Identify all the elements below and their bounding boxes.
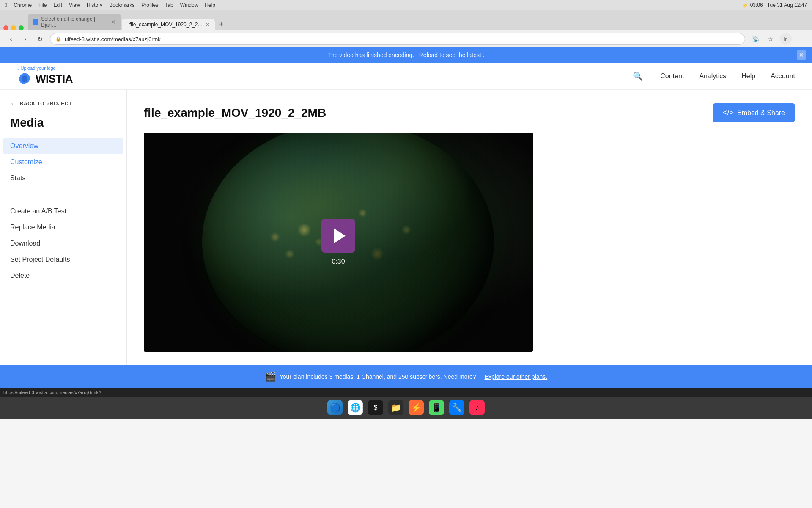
dock-chrome[interactable]: 🌐 [348, 400, 363, 415]
sidebar-action-set-project-defaults[interactable]: Set Project Defaults [0, 251, 126, 268]
fullscreen-window-button[interactable] [19, 25, 24, 30]
sidebar-action-replace-media[interactable]: Replace Media [0, 219, 126, 235]
tab2-title: file_example_MOV_1920_2_2… [129, 22, 203, 28]
media-header: file_example_MOV_1920_2_2MB </> Embed & … [144, 103, 795, 122]
wistia-logo: WISTIA [17, 72, 73, 87]
upload-logo-link[interactable]: ↓ Upload your logo [17, 66, 73, 71]
menu-profiles[interactable]: Profiles [141, 2, 158, 8]
sidebar: ← BACK TO PROJECT Media Overview Customi… [0, 90, 127, 365]
back-label: BACK TO PROJECT [20, 101, 72, 107]
nav-links: 🔍 Content Analytics Help Account [631, 69, 795, 83]
explore-plans-link[interactable]: Explore our other plans. [485, 373, 548, 380]
back-arrow-icon: ← [10, 100, 17, 108]
notification-suffix: . [483, 52, 485, 58]
wistia-logo-icon [17, 72, 32, 87]
reload-button[interactable]: ↻ [34, 33, 46, 45]
nav-content[interactable]: Content [660, 72, 684, 80]
sidebar-nav: Overview Customize Stats [0, 138, 126, 186]
content-area: ← BACK TO PROJECT Media Overview Customi… [0, 90, 812, 365]
url-text: uifeed-3.wistia.com/medias/x7auzj6rmk [65, 36, 161, 42]
menu-help[interactable]: Help [205, 2, 215, 8]
sidebar-item-overview[interactable]: Overview [3, 138, 123, 154]
browser-action-buttons: 📡 ☆ In ⋮ [749, 33, 807, 45]
menu-chrome[interactable]: Chrome [14, 2, 32, 8]
bottom-banner-icon: 🎬 [265, 371, 276, 382]
embed-share-icon: </> [723, 108, 734, 117]
system-icons: Tue 31 Aug 12:47 [767, 2, 807, 8]
back-button[interactable]: ‹ [5, 33, 17, 45]
bottom-banner-message: Your plan includes 3 medias, 1 Channel, … [280, 373, 476, 380]
new-tab-button[interactable]: + [216, 18, 227, 30]
dock-app4[interactable]: 📁 [388, 400, 403, 415]
sidebar-action-delete[interactable]: Delete [0, 268, 126, 284]
security-lock-icon: 🔒 [55, 36, 61, 42]
sidebar-item-customize[interactable]: Customize [0, 154, 126, 170]
play-button-area: 0:30 [321, 219, 355, 265]
browser-chrome: Select email to change | Djan… ✕ file_ex… [0, 10, 812, 47]
tab1-close[interactable]: ✕ [111, 19, 116, 25]
menu-view[interactable]: View [69, 2, 80, 8]
tab1-favicon [33, 19, 38, 25]
nav-account[interactable]: Account [771, 72, 795, 80]
nav-help[interactable]: Help [741, 72, 755, 80]
dock-finder[interactable]: 🔵 [327, 400, 343, 415]
video-duration: 0:30 [332, 258, 345, 265]
bookmark-icon[interactable]: ☆ [765, 33, 776, 45]
menu-file[interactable]: File [38, 2, 47, 8]
search-button[interactable]: 🔍 [631, 69, 645, 83]
sidebar-action-download[interactable]: Download [0, 235, 126, 251]
menu-history[interactable]: History [87, 2, 102, 8]
main-content: file_example_MOV_1920_2_2MB </> Embed & … [127, 90, 812, 365]
dock-terminal[interactable]: $ [368, 400, 383, 415]
close-window-button[interactable] [3, 25, 8, 30]
forward-button[interactable]: › [19, 33, 31, 45]
top-nav: ↓ Upload your logo WISTIA 🔍 Content Anal… [0, 63, 812, 90]
sidebar-title: Media [0, 113, 126, 138]
app-wrapper: ↓ Upload your logo WISTIA 🔍 Content Anal… [0, 63, 812, 388]
nav-buttons: ‹ › ↻ [5, 33, 46, 45]
status-bar: https://uifeed-3.wistia.com/medias/x7auz… [0, 388, 812, 397]
sidebar-action-ab-test[interactable]: Create an A/B Test [0, 203, 126, 219]
dock: 🔵 🌐 $ 📁 ⚡ 📱 🔧 ♪ [0, 397, 812, 419]
url-bar[interactable]: 🔒 uifeed-3.wistia.com/medias/x7auzj6rmk [50, 33, 745, 45]
notification-banner: The video has finished encoding. Reload … [0, 47, 812, 63]
mac-os-bar:  Chrome File Edit View History Bookmark… [0, 0, 812, 10]
dock-app5[interactable]: ⚡ [409, 400, 424, 415]
page-header-section: ↓ Upload your logo WISTIA 🔍 Content Anal… [0, 63, 812, 90]
bottom-banner: 🎬 Your plan includes 3 medias, 1 Channel… [0, 365, 812, 388]
embed-share-label: Embed & Share [737, 109, 785, 117]
media-title: file_example_MOV_1920_2_2MB [144, 106, 326, 120]
address-bar: ‹ › ↻ 🔒 uifeed-3.wistia.com/medias/x7auz… [0, 30, 812, 47]
tab1-title: Select email to change | Djan… [41, 16, 108, 28]
play-triangle-icon [334, 228, 346, 243]
wistia-name: WISTIA [36, 72, 73, 86]
profile-icon[interactable]: In [780, 33, 792, 45]
dock-app7[interactable]: 🔧 [449, 400, 464, 415]
minimize-window-button[interactable] [11, 25, 16, 30]
sidebar-item-stats[interactable]: Stats [0, 170, 126, 186]
sidebar-divider [0, 196, 126, 203]
video-player[interactable]: 0:30 [144, 133, 533, 352]
menu-bookmarks[interactable]: Bookmarks [109, 2, 134, 8]
browser-tab-2[interactable]: file_example_MOV_1920_2_2… ✕ [122, 19, 215, 30]
banner-close-button[interactable]: ✕ [797, 50, 806, 60]
extensions-menu[interactable]: ⋮ [795, 33, 807, 45]
reload-link[interactable]: Reload to see the latest [419, 52, 481, 58]
notification-message: The video has finished encoding. [327, 52, 414, 58]
cast-icon[interactable]: 📡 [749, 33, 761, 45]
menu-window[interactable]: Window [180, 2, 198, 8]
embed-share-button[interactable]: </> Embed & Share [713, 103, 795, 122]
browser-tab-1[interactable]: Select email to change | Djan… ✕ [28, 14, 121, 30]
dock-app8[interactable]: ♪ [469, 400, 485, 415]
traffic-lights[interactable] [3, 25, 24, 30]
menu-edit[interactable]: Edit [53, 2, 62, 8]
status-url: https://uifeed-3.wistia.com/medias/x7auz… [3, 390, 101, 395]
nav-analytics[interactable]: Analytics [699, 72, 726, 80]
back-to-project-link[interactable]: ← BACK TO PROJECT [0, 100, 126, 113]
menu-tab[interactable]: Tab [165, 2, 173, 8]
play-button[interactable] [321, 219, 355, 253]
tab-bar: Select email to change | Djan… ✕ file_ex… [0, 14, 812, 30]
tab2-close[interactable]: ✕ [205, 21, 210, 28]
dock-app6[interactable]: 📱 [429, 400, 444, 415]
apple-menu[interactable]:  [5, 2, 7, 8]
